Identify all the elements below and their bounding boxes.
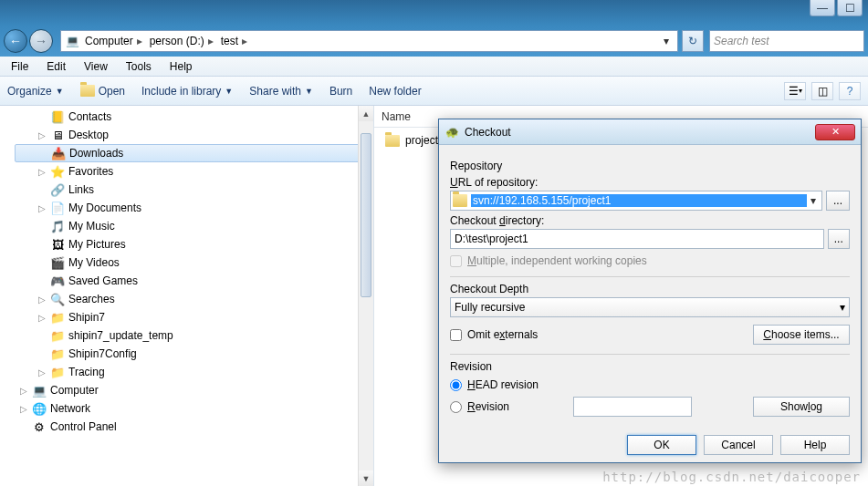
browse-url-button[interactable]: ... [826, 191, 850, 211]
scrollbar[interactable]: ▲ ▼ [358, 106, 373, 486]
tree-item-network[interactable]: ▷🌐Network [15, 399, 373, 418]
tree-item-control-panel[interactable]: ⚙Control Panel [15, 418, 373, 436]
tree-item-saved-games[interactable]: 🎮Saved Games [15, 272, 373, 290]
tree-item-my-videos[interactable]: 🎬My Videos [15, 253, 373, 272]
tree-item-downloads[interactable]: 📥Downloads [15, 144, 373, 162]
browse-dir-button[interactable]: ... [828, 229, 850, 249]
expand-icon[interactable]: ▷ [37, 167, 47, 177]
forward-button[interactable]: → [29, 29, 53, 53]
url-dropdown-arrow[interactable]: ▾ [807, 194, 820, 207]
item-label: Contacts [68, 110, 111, 123]
menu-tools[interactable]: Tools [120, 58, 157, 75]
menu-file[interactable]: File [5, 58, 34, 75]
item-icon: 🎵 [50, 219, 65, 233]
ok-button[interactable]: OK [627, 435, 696, 455]
tree-item-my-documents[interactable]: ▷📄My Documents [15, 199, 373, 217]
command-bar: Organize ▼ Open Include in library ▼ Sha… [0, 77, 868, 106]
tree-item-shipin7[interactable]: ▷📁Shipin7 [15, 308, 373, 326]
new-folder-button[interactable]: New folder [369, 85, 421, 98]
choose-items-button[interactable]: Choose items... [753, 325, 850, 345]
folder-open-icon [80, 85, 95, 97]
breadcrumb-segment[interactable]: test▸ [219, 35, 253, 47]
item-label: Downloads [69, 147, 123, 160]
item-label: Favorites [68, 165, 113, 178]
item-label: Saved Games [68, 274, 138, 287]
share-with-button[interactable]: Share with ▼ [249, 85, 313, 98]
menu-help[interactable]: Help [164, 58, 198, 75]
scroll-up-arrow[interactable]: ▲ [359, 106, 373, 121]
revision-label: Revision [467, 400, 509, 413]
refresh-button[interactable]: ↻ [682, 30, 704, 52]
item-icon: ⚙ [32, 419, 47, 434]
preview-pane-button[interactable]: ◫ [811, 82, 833, 100]
expand-icon[interactable]: ▷ [18, 386, 28, 396]
open-button[interactable]: Open [80, 85, 125, 98]
repository-section-label: Repository [450, 160, 850, 172]
folder-icon [453, 194, 467, 207]
help-button[interactable]: ? [839, 82, 861, 100]
navigation-tree[interactable]: 📒Contacts▷🖥Desktop📥Downloads▷⭐Favorites🔗… [0, 106, 374, 486]
organize-button[interactable]: Organize ▼ [7, 85, 64, 98]
head-revision-radio[interactable] [450, 379, 462, 391]
show-log-button[interactable]: Show log [753, 397, 850, 417]
url-value: svn://192.168.5.155/project1 [471, 194, 807, 207]
tree-item-contacts[interactable]: 📒Contacts [15, 108, 373, 126]
maximize-button[interactable]: ☐ [837, 0, 863, 16]
tree-item-desktop[interactable]: ▷🖥Desktop [15, 126, 373, 144]
computer-icon: 💻 [65, 34, 79, 48]
scroll-down-arrow[interactable]: ▼ [359, 470, 373, 486]
url-input[interactable]: svn://192.168.5.155/project1 ▾ [450, 191, 822, 211]
menu-view[interactable]: View [78, 58, 113, 75]
item-icon: 📁 [50, 365, 65, 379]
minimize-button[interactable]: — [810, 0, 835, 16]
view-options-button[interactable]: ☰▾ [784, 82, 806, 100]
menu-edit[interactable]: Edit [41, 58, 71, 75]
omit-externals-checkbox[interactable] [450, 329, 462, 341]
url-field-label: URL of repository: [450, 176, 850, 189]
revision-radio[interactable] [450, 401, 462, 413]
scroll-thumb[interactable] [361, 133, 371, 297]
tree-item-shipin7config[interactable]: 📁Shipin7Config [15, 345, 373, 363]
depth-select[interactable]: Fully recursive▾ [450, 297, 850, 317]
item-icon: 🎬 [50, 255, 65, 270]
head-revision-label: HEAD revision [467, 378, 539, 391]
expand-icon[interactable]: ▷ [37, 313, 47, 323]
tree-item-shipin7-update-temp[interactable]: 📁shipin7_update_temp [15, 326, 373, 345]
tree-item-my-pictures[interactable]: 🖼My Pictures [15, 235, 373, 253]
search-input[interactable]: Search test [709, 30, 864, 52]
directory-input[interactable]: D:\test\project1 [450, 229, 824, 249]
item-label: My Pictures [68, 238, 126, 251]
tree-item-computer[interactable]: ▷💻Computer [15, 381, 373, 399]
item-icon: 📄 [50, 201, 65, 215]
expand-icon[interactable]: ▷ [37, 203, 47, 213]
include-library-button[interactable]: Include in library ▼ [141, 85, 233, 98]
tree-item-favorites[interactable]: ▷⭐Favorites [15, 162, 373, 181]
expand-icon[interactable]: ▷ [37, 295, 47, 305]
cancel-button[interactable]: Cancel [704, 435, 773, 455]
expand-icon[interactable]: ▷ [37, 367, 47, 377]
tree-item-my-music[interactable]: 🎵My Music [15, 217, 373, 235]
burn-button[interactable]: Burn [329, 85, 352, 98]
close-button[interactable]: ✕ [815, 124, 855, 140]
tortoise-icon: 🐢 [444, 125, 459, 140]
address-dropdown[interactable]: ▾ [659, 32, 674, 50]
expand-icon[interactable]: ▷ [37, 130, 47, 140]
titlebar[interactable]: — ☐ [0, 0, 868, 26]
tree-item-searches[interactable]: ▷🔍Searches [15, 290, 373, 308]
item-label: shipin7_update_temp [68, 329, 173, 342]
breadcrumb-segment[interactable]: Computer▸ [83, 35, 148, 47]
item-icon: 🔍 [50, 292, 65, 306]
back-button[interactable]: ← [4, 29, 27, 53]
omit-externals-label: Omit externals [467, 328, 538, 341]
breadcrumb-segment[interactable]: person (D:)▸ [148, 35, 219, 47]
expand-icon[interactable]: ▷ [18, 404, 28, 414]
dialog-titlebar[interactable]: 🐢 Checkout ✕ [439, 119, 861, 145]
menubar: File Edit View Tools Help [0, 57, 868, 77]
address-bar[interactable]: 💻 Computer▸ person (D:)▸ test▸ ▾ [60, 30, 678, 52]
item-icon: 📁 [50, 310, 65, 325]
revision-input[interactable] [573, 397, 692, 417]
item-label: Computer [50, 384, 99, 397]
tree-item-tracing[interactable]: ▷📁Tracing [15, 363, 373, 381]
tree-item-links[interactable]: 🔗Links [15, 181, 373, 199]
help-button[interactable]: Help [780, 435, 850, 455]
